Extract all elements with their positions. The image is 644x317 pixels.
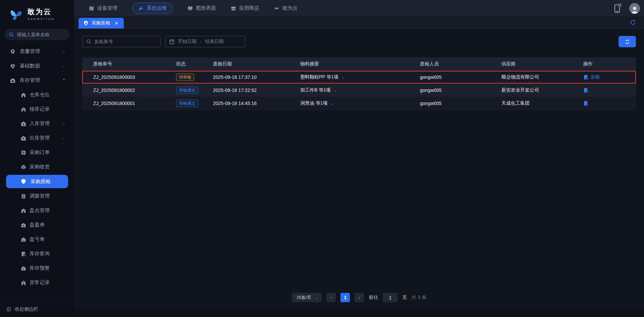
sidebar-item-purchase-receiving[interactable]: 采购收货 (0, 160, 74, 174)
person-icon (630, 6, 639, 14)
building-icon (21, 280, 26, 285)
nav-item-system-ops[interactable]: 系统运维 (132, 3, 173, 14)
table-row[interactable]: ZJ_2025091800003 待审核 2025-09-18 17:37:10… (82, 71, 636, 84)
chevron-up-icon: ⌃ (62, 78, 65, 83)
sidebar-item-purchase-inspection[interactable]: 采购质检 (6, 175, 68, 188)
sidebar-item-purchase-orders[interactable]: 采购订单 (0, 145, 74, 160)
box-icon (21, 164, 26, 170)
date-range-picker[interactable]: 开始日期 - 结束日期 (165, 36, 245, 47)
status-badge: 待审核 (176, 73, 194, 81)
menu-search-input[interactable] (17, 32, 65, 37)
tab-purchase-inspection[interactable]: 质 采购质检 ✕ (78, 18, 124, 29)
total-count-label: 共 3 条 (412, 295, 426, 301)
chevron-down-icon[interactable]: ⌄ (331, 101, 334, 106)
cell-date: 2025-09-18 17:37:10 (202, 74, 289, 80)
tab-bar: 质 采购质检 ✕ (74, 16, 644, 29)
inspection-table: 质检单号 状态 质检日期 物料摘要 质检人员 供应商 操作 ZJ_2025091… (82, 57, 636, 110)
tab-close-icon[interactable]: ✕ (115, 21, 118, 26)
cell-inspection-no: ZJ_2025091800001 (82, 101, 165, 106)
col-header-inspector: 质检人员 (409, 61, 490, 67)
order-doc-icon (21, 150, 26, 155)
doc-search-icon (583, 88, 589, 93)
cell-date: 2025-09-18 17:22:52 (202, 88, 289, 93)
date-separator: - (200, 39, 202, 44)
search-icon (9, 32, 14, 37)
wrench-icon (138, 6, 144, 11)
sidebar-item-transfer-mgmt[interactable]: 调拨管理 (0, 189, 74, 203)
main-area: 设备管理 系统运维 图形界面 (74, 0, 644, 317)
chevron-down-icon[interactable]: ⌄ (334, 88, 337, 93)
date-start-placeholder[interactable]: 开始日期 (178, 39, 197, 45)
sidebar-item-quality-mgmt[interactable]: 质量管理 ⌄ (0, 44, 74, 59)
nav-item-graphic-ui[interactable]: 图形界面 (187, 5, 216, 11)
chevron-down-icon[interactable]: ⌄ (341, 75, 344, 80)
sidebar-item-surplus-order[interactable]: 盘盈单 (0, 218, 74, 232)
chevron-down-icon: ⌄ (62, 136, 65, 140)
sidebar-item-inbound-mgmt[interactable]: 入库管理 ⌄ (0, 116, 74, 131)
shield-icon (10, 49, 15, 54)
date-end-placeholder[interactable]: 结束日期 (205, 39, 224, 45)
goto-label: 前往 (369, 295, 378, 301)
warehouse-out-icon (21, 136, 26, 141)
sidebar-item-exception-records[interactable]: 异常记录 (0, 275, 74, 290)
sidebar-item-inventory-query[interactable]: 库存查询 (0, 247, 74, 261)
col-header-status: 状态 (165, 61, 202, 67)
house-plus-icon (21, 222, 26, 228)
next-page-button[interactable]: › (355, 293, 364, 302)
table-header: 质检单号 状态 质检日期 物料摘要 质检人员 供应商 操作 (82, 57, 636, 71)
col-header-supplier: 供应商 (490, 61, 572, 67)
goto-page-input[interactable] (383, 293, 397, 302)
sidebar-item-inventory-alert[interactable]: 库存预警 (0, 261, 74, 275)
nav-item-ganweiyun[interactable]: 敢为云 (274, 5, 298, 11)
brand-name: 敢为云 (28, 7, 55, 16)
brand-logo: 敢为云 GANWEIYUN (0, 0, 74, 25)
chevron-down-icon: ⌄ (62, 121, 65, 126)
sidebar-item-inventory-mgmt[interactable]: 库存管理 ⌃ (0, 73, 74, 88)
nav-item-app-store[interactable]: 应用商店 (231, 5, 259, 11)
sidebar-item-outbound-mgmt[interactable]: 出库管理 ⌄ (0, 131, 74, 145)
cell-inspection-no: ZJ_2025091800002 (82, 88, 165, 93)
prev-page-button[interactable]: ‹ (326, 293, 336, 302)
sidebar-item-base-data[interactable]: 基础数据 ⌄ (0, 59, 74, 73)
brand-subtitle: GANWEIYUN (28, 17, 55, 20)
pagination: 25条/页 ⌄ ‹ 1 › 前往 页 共 3 条 (82, 287, 636, 308)
house-minus-icon (21, 237, 26, 242)
nav-item-device-mgmt[interactable]: 设备管理 (89, 5, 117, 11)
store-icon (231, 6, 236, 11)
col-header-actions: 操作 (572, 61, 636, 67)
app-root: 敢为云 GANWEIYUN 质量管理 ⌄ (0, 0, 644, 317)
cell-supplier: 新安农业开发公司 (490, 87, 572, 93)
building-icon (21, 107, 26, 112)
cell-supplier: 顺达物流有限公司 (490, 74, 572, 80)
shield-quality-icon: 质 (83, 20, 89, 26)
sidebar-item-move-records[interactable]: 移库记录 (0, 102, 74, 116)
cell-material: 润滑油 等1项 (300, 100, 328, 106)
cell-inspection-no: ZJ_2025091800003 (82, 74, 165, 80)
inspection-no-field[interactable] (82, 36, 161, 47)
sidebar-item-stocktake-mgmt[interactable]: 盘点管理 (0, 203, 74, 218)
menu-search[interactable] (5, 29, 69, 40)
house-alert-icon (21, 266, 26, 271)
view-detail-button[interactable] (583, 88, 589, 93)
page-size-select[interactable]: 25条/页 ⌄ (292, 293, 322, 302)
filter-toolbar: 开始日期 - 结束日期 (82, 36, 636, 47)
inspection-no-input[interactable] (94, 39, 157, 44)
page-button-1[interactable]: 1 (340, 293, 350, 302)
sidebar-item-warehouse-slots[interactable]: 仓库仓位 (0, 88, 74, 102)
table-row[interactable]: ZJ_2025091800001 审核通过 2025-09-18 14:45:1… (82, 97, 636, 110)
page-unit-label: 页 (402, 295, 407, 301)
search-icon (86, 39, 92, 44)
query-button[interactable] (619, 36, 636, 47)
sidebar-item-deficit-order[interactable]: 盘亏单 (0, 232, 74, 247)
mobile-device-icon[interactable] (613, 3, 622, 13)
bottom-strip (74, 308, 644, 317)
refresh-icon[interactable] (630, 19, 636, 25)
collapse-sidebar-button[interactable]: 收起侧边栏 (0, 301, 74, 317)
device-icon (89, 6, 94, 11)
user-avatar[interactable] (629, 3, 640, 14)
inspect-action-button[interactable]: 质检 (583, 74, 600, 80)
top-navbar: 设备管理 系统运维 图形界面 (74, 0, 644, 16)
view-detail-button[interactable] (583, 101, 589, 106)
collapse-sidebar-icon (6, 307, 11, 312)
table-row[interactable]: ZJ_2025091800002 审核通过 2025-09-18 17:22:5… (82, 84, 636, 97)
